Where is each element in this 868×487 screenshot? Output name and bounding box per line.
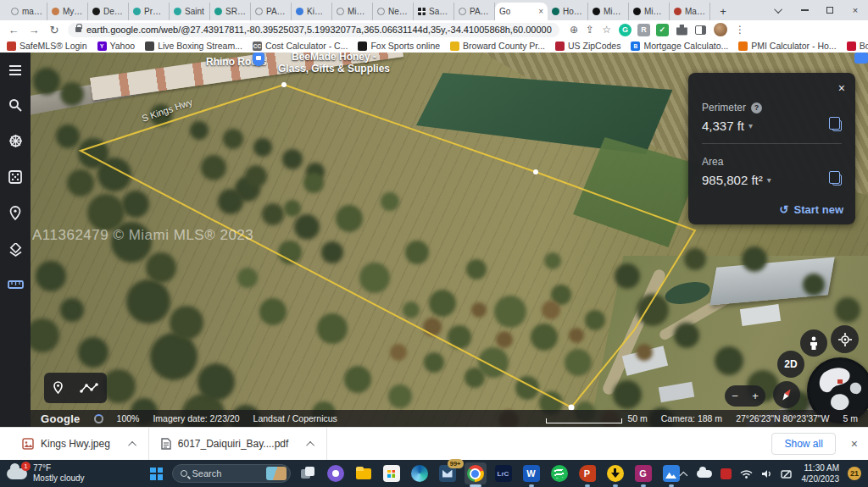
2d-toggle-button[interactable]: 2D [777, 351, 804, 378]
bookmark-boa-borrower-portal[interactable]: BoA Borrower Portal [847, 41, 868, 51]
tab-my-3-s[interactable]: My 3 S [47, 3, 88, 20]
poi-pin-icon[interactable] [253, 53, 264, 66]
bookmark-star-icon[interactable]: ☆ [602, 24, 611, 36]
tab-micro[interactable]: Micro [332, 3, 373, 20]
taskbar-app-file-explorer[interactable] [353, 462, 375, 484]
layers-icon[interactable] [8, 243, 23, 257]
tab-matrix[interactable]: Matrix [670, 3, 710, 20]
side-panel-icon[interactable] [695, 25, 706, 35]
unit-dropdown-icon[interactable]: ▾ [767, 175, 771, 185]
reload-icon[interactable]: ↻ [47, 24, 61, 36]
browser-menu-icon[interactable]: ⋮ [735, 24, 745, 36]
download-item[interactable]: Kings Hwy.jpeg [10, 428, 149, 460]
show-all-downloads-button[interactable]: Show all [771, 433, 835, 455]
weather-widget[interactable]: 1 77°F Mostly cloudy [0, 463, 147, 484]
measure-ruler-icon[interactable] [8, 279, 24, 290]
tab-home[interactable]: Home [548, 3, 588, 20]
back-icon[interactable]: ← [7, 24, 20, 36]
taskbar-search[interactable]: Search [172, 464, 291, 483]
notification-count-badge[interactable]: 21 [848, 467, 861, 480]
taskbar-clock[interactable]: 11:30 AM 4/20/2023 [802, 462, 840, 484]
bookmark-pmi-calculator-ho-[interactable]: PMI Calculator - Ho... [738, 41, 836, 51]
extension-icon[interactable]: R [637, 24, 650, 36]
bookmark-live-boxing-stream-[interactable]: Live Boxing Stream... [145, 41, 242, 51]
start-button[interactable] [147, 464, 166, 483]
projects-pin-icon[interactable] [8, 206, 22, 221]
tab-prope[interactable]: Prope [129, 3, 170, 20]
profile-avatar[interactable] [714, 23, 727, 36]
tab-miami[interactable]: Miami [629, 3, 670, 20]
bookmark-broward-county-pr-[interactable]: Broward County Pr... [450, 41, 545, 51]
maximize-button[interactable] [817, 0, 843, 20]
taskbar-app-lightroom[interactable]: LrC [492, 462, 515, 484]
tab-papa-[interactable]: PAPA- [454, 3, 495, 20]
earth-3d-viewport[interactable]: Rhino Roofs BeeMade Honey - Glass, Gifts… [31, 53, 868, 427]
voyager-icon[interactable] [8, 134, 23, 148]
tab-decen[interactable]: Decen [88, 3, 129, 20]
tray-app-icon[interactable] [721, 468, 732, 479]
url-text[interactable]: earth.google.com/web/@27.43917811,-80.39… [86, 25, 552, 35]
share-icon[interactable]: ⇪ [586, 24, 594, 36]
bookmark-safemls-login[interactable]: SafeMLS® Login [7, 41, 87, 51]
menu-icon[interactable] [8, 64, 22, 76]
extension-icon[interactable]: G [619, 24, 632, 36]
search-highlight-image[interactable] [266, 467, 287, 480]
tab-close-icon[interactable]: × [538, 7, 543, 16]
download-menu-caret-icon[interactable] [306, 440, 314, 449]
close-downloads-icon[interactable]: × [851, 437, 858, 451]
taskbar-app-edge[interactable] [409, 462, 431, 484]
forward-icon[interactable]: → [27, 24, 41, 36]
poi-pin-icon[interactable] [854, 53, 868, 64]
tab-miami[interactable]: Miami [588, 3, 629, 20]
search-icon[interactable] [8, 98, 22, 112]
taskbar-app-word[interactable]: W [520, 462, 542, 484]
wifi-icon[interactable] [740, 469, 753, 479]
new-tab-button[interactable]: + [715, 3, 731, 19]
extensions-puzzle-icon[interactable] [676, 25, 687, 36]
bookmark-yahoo[interactable]: YYahoo [97, 41, 136, 51]
bookmark-fox-sports-online[interactable]: Fox Sports online [358, 41, 440, 51]
minimize-button[interactable] [792, 0, 817, 20]
copy-icon[interactable] [832, 120, 842, 131]
tab-kidne[interactable]: Kidne [292, 3, 332, 20]
tab-new-h[interactable]: New H [373, 3, 414, 20]
tab-sriaa[interactable]: SRIAA [210, 3, 251, 20]
tab-main-t[interactable]: main.t [7, 3, 47, 20]
feeling-lucky-dice-icon[interactable] [8, 170, 22, 184]
taskbar-app-g-app[interactable]: G [632, 462, 654, 484]
taskbar-app-spotify[interactable] [548, 462, 570, 484]
poi-label-beemade[interactable]: BeeMade Honey - Glass, Gifts & Supplies [278, 53, 390, 75]
address-bar[interactable]: earth.google.com/web/@27.43917811,-80.39… [68, 23, 559, 37]
measure-path-icon[interactable] [80, 382, 98, 394]
onedrive-icon[interactable] [697, 470, 712, 478]
close-window-button[interactable]: × [843, 0, 868, 20]
close-icon[interactable]: × [838, 81, 845, 95]
taskbar-app-photos[interactable] [660, 462, 682, 484]
taskbar-app-video-app[interactable] [325, 462, 347, 484]
tab-sampl[interactable]: Sampl [414, 3, 454, 20]
tab-saint[interactable]: Saint [170, 3, 210, 20]
volume-icon[interactable] [761, 469, 772, 479]
bookmark-cost-calculator-c-[interactable]: CCCost Calculator - C... [253, 41, 348, 51]
copy-icon[interactable] [832, 174, 842, 185]
bookmark-us-zipcodes[interactable]: US ZipCodes [555, 41, 620, 51]
download-item[interactable]: 6017_Daiquiri_Bay....pdf [149, 428, 328, 460]
bookmark-mortgage-calculato-[interactable]: BMortgage Calculato... [631, 41, 728, 51]
compass-button[interactable] [773, 381, 800, 408]
install-icon[interactable]: ⊕ [570, 24, 578, 36]
start-new-button[interactable]: ↺ Start new [780, 203, 843, 216]
pegman-street-view-button[interactable] [800, 329, 827, 357]
taskbar-app-chrome[interactable] [465, 462, 487, 484]
taskbar-app-powerpoint[interactable]: P [576, 462, 598, 484]
location-pin-icon[interactable] [53, 381, 64, 395]
tab-paslc[interactable]: PASLC [251, 3, 292, 20]
download-menu-caret-icon[interactable] [128, 440, 136, 449]
taskbar-app-task-view[interactable] [297, 462, 319, 484]
taskbar-app-store[interactable] [381, 462, 403, 484]
tab-go[interactable]: Go× [495, 3, 548, 20]
zoom-out-button[interactable]: − [732, 390, 738, 402]
taskbar-app-mail[interactable]: 99+ [437, 462, 459, 484]
my-location-button[interactable] [831, 325, 859, 353]
zoom-in-button[interactable]: + [752, 390, 759, 402]
pen-battery-icon[interactable] [781, 469, 793, 479]
